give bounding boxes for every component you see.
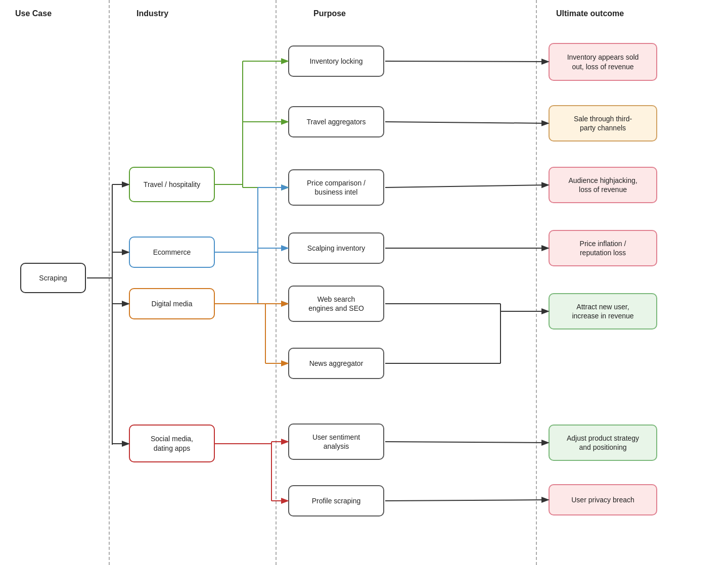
svg-line-24 — [385, 61, 548, 62]
industry-ecommerce: Ecommerce — [129, 237, 215, 268]
outcome-audience-highjacking: Audience highjacking,loss of revenue — [549, 167, 657, 203]
diagram-container: Use Case Industry Purpose Ultimate outco… — [0, 0, 728, 565]
outcome-inventory-sold: Inventory appears soldout, loss of reven… — [549, 43, 657, 81]
purpose-web-search: Web searchengines and SEO — [288, 286, 384, 322]
outcome-adjust-strategy: Adjust product strategyand positioning — [549, 425, 657, 461]
svg-line-33 — [385, 500, 548, 501]
outcome-price-inflation: Price inflation /reputation loss — [549, 230, 657, 266]
use-case-box: Scraping — [20, 263, 86, 293]
svg-line-26 — [385, 185, 548, 187]
header-outcome: Ultimate outcome — [556, 9, 624, 18]
purpose-scalping: Scalping inventory — [288, 232, 384, 264]
svg-line-32 — [385, 442, 548, 443]
outcome-privacy-breach: User privacy breach — [549, 484, 657, 515]
outcome-attract-user: Attract new user,increase in revenue — [549, 293, 657, 329]
purpose-price-comparison: Price comparison /business intel — [288, 169, 384, 206]
header-purpose: Purpose — [313, 9, 346, 18]
purpose-user-sentiment: User sentimentanalysis — [288, 423, 384, 460]
header-use-case: Use Case — [15, 9, 52, 18]
dashed-line-3 — [536, 0, 537, 565]
purpose-news-aggregator: News aggregator — [288, 348, 384, 379]
purpose-profile-scraping: Profile scraping — [288, 485, 384, 516]
industry-travel: Travel / hospitality — [129, 167, 215, 202]
industry-social-media: Social media,dating apps — [129, 425, 215, 462]
dashed-line-2 — [276, 0, 277, 565]
svg-line-25 — [385, 122, 548, 123]
purpose-travel-aggregators: Travel aggregators — [288, 106, 384, 137]
dashed-line-1 — [109, 0, 110, 565]
header-industry: Industry — [136, 9, 168, 18]
outcome-sale-third-party: Sale through third-party channels — [549, 105, 657, 142]
purpose-inventory-locking: Inventory locking — [288, 45, 384, 77]
industry-digital-media: Digital media — [129, 288, 215, 319]
